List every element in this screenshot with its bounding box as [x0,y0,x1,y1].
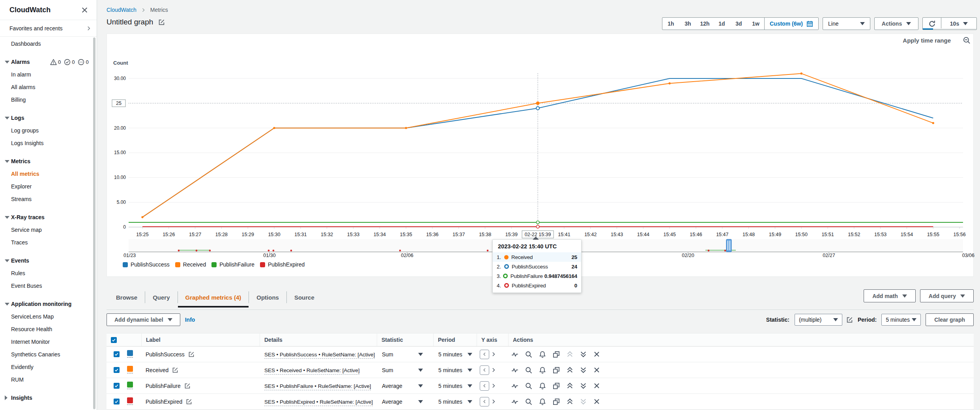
graph-this-metric-icon[interactable] [511,398,518,405]
edit-title-icon[interactable] [158,19,165,26]
clear-graph-button[interactable]: Clear graph [926,313,974,326]
search-icon[interactable] [525,398,532,405]
tab-source[interactable]: Source [287,287,322,308]
create-alarm-bell-icon[interactable] [539,382,546,390]
period-select[interactable]: 5 minutes [881,314,921,326]
close-icon[interactable] [81,7,88,13]
move-to-front-icon[interactable] [567,382,573,389]
legend-item-publishexpired[interactable]: PublishExpired [260,261,305,268]
sidebar-item-servicelens-map[interactable]: ServiceLens Map [0,310,97,323]
tab-query[interactable]: Query [145,287,177,308]
time-range-custom[interactable]: Custom (6w) [764,18,818,30]
time-range-3d[interactable]: 3d [730,18,747,30]
add-dynamic-label-button[interactable]: Add dynamic label [107,313,180,326]
refresh-button[interactable] [923,18,941,30]
yaxis-right-toggle[interactable] [491,367,496,373]
row-checkbox[interactable] [114,383,120,389]
statistic-cell-select[interactable]: Average [382,383,423,389]
sidebar-section-alarms[interactable]: Alarms000 [0,56,97,68]
sidebar-item-in-alarm[interactable]: In alarm [0,68,97,81]
sidebar-item-favorites[interactable]: Favorites and recents [0,20,97,37]
sidebar-item-logs-insights[interactable]: Logs Insights [0,137,97,149]
time-range-1w[interactable]: 1w [747,18,764,30]
tab-options[interactable]: Options [249,287,286,308]
move-to-back-icon[interactable] [580,398,587,405]
sidebar-item-service-map[interactable]: Service map [0,224,97,236]
legend-item-received[interactable]: Received [175,261,206,268]
legend-item-publishfailure[interactable]: PublishFailure [211,261,254,268]
remove-metric-icon[interactable] [593,398,600,405]
create-alarm-bell-icon[interactable] [539,398,546,405]
yaxis-right-toggle[interactable] [491,352,496,357]
move-to-front-icon[interactable] [567,367,573,373]
sidebar-section-logs[interactable]: Logs [0,112,97,124]
info-link[interactable]: Info [185,317,195,323]
time-range-1h[interactable]: 1h [662,18,679,30]
remove-metric-icon[interactable] [593,382,600,389]
statistic-cell-select[interactable]: Sum [382,351,423,358]
yaxis-right-toggle[interactable] [491,383,496,388]
tab-graphed-metrics-4-[interactable]: Graphed metrics (4) [178,287,249,308]
chart-type-select[interactable]: Line [823,17,870,30]
legend-item-publishsuccess[interactable]: PublishSuccess [123,261,170,268]
metric-details-link[interactable]: SES • Received • RuleSetName: [Active] [264,367,359,375]
edit-label-icon[interactable] [172,367,178,373]
yaxis-left-toggle[interactable] [480,365,489,375]
metric-details-link[interactable]: SES • PublishExpired • RuleSetName: [Act… [264,399,373,406]
actions-button[interactable]: Actions [874,17,918,30]
color-swatch[interactable] [127,382,133,389]
sidebar-section-metrics[interactable]: Metrics [0,155,97,168]
statistic-cell-select[interactable]: Average [382,399,423,405]
graph-this-metric-icon[interactable] [511,367,518,374]
search-icon[interactable] [525,382,532,390]
sidebar-item-explorer[interactable]: Explorer [0,180,97,193]
sidebar-item-billing[interactable]: Billing [0,93,97,106]
metric-details-link[interactable]: SES • PublishSuccess • RuleSetName: [Act… [264,352,375,359]
move-to-back-icon[interactable] [580,367,587,373]
sidebar-item-resource-health[interactable]: Resource Health [0,323,97,335]
row-checkbox[interactable] [114,399,120,404]
move-to-back-icon[interactable] [580,351,587,358]
sidebar-item-traces[interactable]: Traces [0,236,97,249]
sidebar-item-internet-monitor[interactable]: Internet Monitor [0,335,97,348]
breadcrumb-cloudwatch[interactable]: CloudWatch [107,7,137,13]
period-cell-select[interactable]: 5 minutes [438,367,472,373]
remove-metric-icon[interactable] [593,351,600,358]
move-to-back-icon[interactable] [580,382,587,389]
graph-this-metric-icon[interactable] [511,382,518,390]
sidebar-item-evidently[interactable]: Evidently [0,361,97,373]
search-icon[interactable] [525,367,532,374]
time-range-3h[interactable]: 3h [679,18,696,30]
add-math-button[interactable]: Add math [864,289,916,302]
row-checkbox[interactable] [114,367,120,373]
sidebar-item-synthetics-canaries[interactable]: Synthetics Canaries [0,348,97,361]
sidebar-item-log-groups[interactable]: Log groups [0,124,97,137]
period-cell-select[interactable]: 5 minutes [438,383,472,389]
yaxis-left-toggle[interactable] [480,397,489,406]
sidebar-section-x-ray-traces[interactable]: X-Ray traces [0,211,97,224]
sidebar-section-insights[interactable]: Insights [0,391,97,404]
duplicate-icon[interactable] [553,382,560,390]
metric-details-link[interactable]: SES • PublishFailure • RuleSetName: [Act… [264,383,371,390]
sidebar-item-streams[interactable]: Streams [0,193,97,205]
sidebar-item-event-buses[interactable]: Event Buses [0,280,97,292]
statistic-select[interactable]: (multiple) [795,314,842,326]
duplicate-icon[interactable] [553,351,560,358]
edit-label-icon[interactable] [184,383,191,389]
create-alarm-bell-icon[interactable] [539,351,546,358]
sidebar-item-all-alarms[interactable]: All alarms [0,81,97,93]
search-icon[interactable] [525,351,532,358]
edit-statistic-icon[interactable] [846,317,853,323]
refresh-interval-select[interactable]: 10s [941,18,976,30]
add-query-button[interactable]: Add query [920,289,974,302]
sidebar-item-dashboards[interactable]: Dashboards [0,37,97,50]
yaxis-right-toggle[interactable] [491,399,496,404]
color-swatch[interactable] [127,350,133,358]
sidebar-section-application-monitoring[interactable]: Application monitoring [0,298,97,310]
time-range-12h[interactable]: 12h [696,18,713,30]
sidebar-item-all-metrics[interactable]: All metrics [0,168,97,180]
tab-browse[interactable]: Browse [108,287,145,308]
move-to-front-icon[interactable] [567,351,573,358]
edit-label-icon[interactable] [188,351,195,358]
zoom-out-icon[interactable] [963,37,971,44]
